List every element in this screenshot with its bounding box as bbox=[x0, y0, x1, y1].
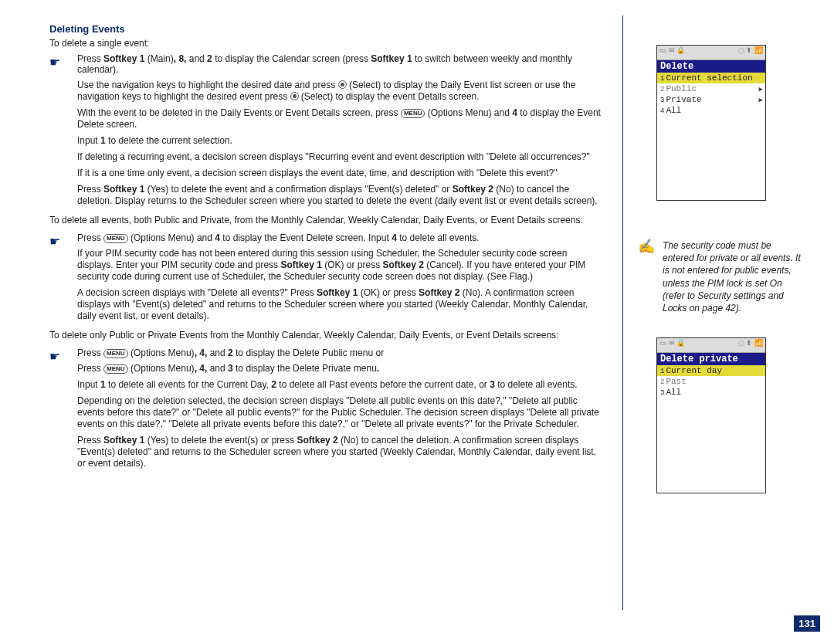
menu-key-icon: MENU bbox=[103, 364, 128, 374]
pointer-icon: ☛ bbox=[49, 234, 60, 249]
sub-1f: Press Softkey 1 (Yes) to delete the even… bbox=[49, 184, 605, 207]
menu-row: 4All bbox=[657, 105, 765, 116]
status-right-icons: ◌ ⬆ 📶 bbox=[738, 46, 763, 59]
sub-1c: Input 1 to delete the current selection. bbox=[49, 135, 605, 147]
intro-text: To delete a single event: bbox=[49, 38, 605, 49]
between-2: To delete only Public or Private Events … bbox=[49, 330, 605, 341]
submenu-arrow-icon: ▶ bbox=[759, 96, 763, 104]
status-bar: ▭ ✉ 🔒 ◌ ⬆ 📶 bbox=[657, 338, 765, 353]
status-bar: ▭ ✉ 🔒 ◌ ⬆ 📶 bbox=[657, 46, 765, 60]
pointer-icon: ☛ bbox=[49, 55, 60, 69]
column-divider bbox=[622, 15, 623, 610]
menu-row: 3Private▶ bbox=[657, 94, 765, 105]
sub-3c: Press Softkey 1 (Yes) to delete the even… bbox=[49, 435, 605, 469]
sub-2a: If your PIM security code has not been e… bbox=[49, 248, 605, 283]
main-text-column: Deleting Events To delete a single event… bbox=[49, 23, 605, 474]
menu-row: 1Current day bbox=[657, 365, 765, 376]
page-number: 131 bbox=[794, 615, 820, 632]
section-heading: Deleting Events bbox=[49, 23, 605, 35]
sub-3b: Depending on the deletion selected, the … bbox=[49, 395, 605, 430]
step-1-text: Press Softkey 1 (Main), 8, and 2 to disp… bbox=[77, 53, 572, 75]
menu-key-icon: MENU bbox=[103, 349, 128, 358]
sub-1b: With the event to be deleted in the Dail… bbox=[49, 107, 605, 130]
between-1: To delete all events, both Public and Pr… bbox=[49, 215, 605, 226]
menu-row: 1Current selection bbox=[657, 73, 765, 83]
screen-body: 1Current day2Past3All bbox=[657, 365, 765, 398]
sub-1d: If deleting a recurring event, a decisio… bbox=[49, 151, 605, 163]
sub-1a: Use the navigation keys to highlight the… bbox=[49, 80, 605, 103]
step-3a-text: Press MENU (Options Menu), 4, and 2 to d… bbox=[77, 347, 384, 358]
screen-title: Delete bbox=[657, 60, 765, 73]
select-dot-icon bbox=[338, 80, 347, 89]
select-dot-icon bbox=[290, 92, 299, 100]
step-3b: Press MENU (Options Menu), 4, and 3 to d… bbox=[49, 363, 605, 375]
phone-screenshot-delete: ▭ ✉ 🔒 ◌ ⬆ 📶 Delete 1Current selection2Pu… bbox=[656, 45, 766, 201]
status-right-icons: ◌ ⬆ 📶 bbox=[738, 339, 763, 351]
menu-row: 2Public▶ bbox=[657, 83, 765, 94]
step-3a: ☛ Press MENU (Options Menu), 4, and 2 to… bbox=[49, 347, 605, 358]
status-left-icons: ▭ ✉ 🔒 bbox=[659, 339, 685, 351]
step-1: ☛ Press Softkey 1 (Main), 8, and 2 to di… bbox=[49, 53, 605, 75]
note-text: The security code must be entered for pr… bbox=[663, 239, 803, 314]
security-note: ✍ The security code must be entered for … bbox=[638, 239, 803, 314]
status-left-icons: ▭ ✉ 🔒 bbox=[659, 46, 685, 59]
pointer-icon: ☛ bbox=[49, 349, 60, 364]
screen-body: 1Current selection2Public▶3Private▶4All bbox=[657, 73, 765, 116]
right-column: ▭ ✉ 🔒 ◌ ⬆ 📶 Delete 1Current selection2Pu… bbox=[633, 23, 803, 532]
menu-key-icon: MENU bbox=[103, 234, 128, 243]
step-2-text: Press MENU (Options Menu) and 4 to displ… bbox=[77, 232, 480, 243]
step-2: ☛ Press MENU (Options Menu) and 4 to dis… bbox=[49, 232, 605, 243]
menu-key-icon: MENU bbox=[401, 109, 425, 118]
phone-screenshot-delete-private: ▭ ✉ 🔒 ◌ ⬆ 📶 Delete private 1Current day2… bbox=[656, 337, 766, 493]
menu-row: 3All bbox=[657, 387, 765, 398]
screen-title: Delete private bbox=[657, 353, 765, 365]
submenu-arrow-icon: ▶ bbox=[759, 85, 763, 93]
sub-1e: If it is a one time only event, a decisi… bbox=[49, 168, 605, 179]
menu-row: 2Past bbox=[657, 376, 765, 387]
sub-3a: Input 1 to delete all events for the Cur… bbox=[49, 379, 605, 391]
note-hand-icon: ✍ bbox=[638, 239, 655, 314]
sub-2b: A decision screen displays with "Delete … bbox=[49, 287, 605, 322]
